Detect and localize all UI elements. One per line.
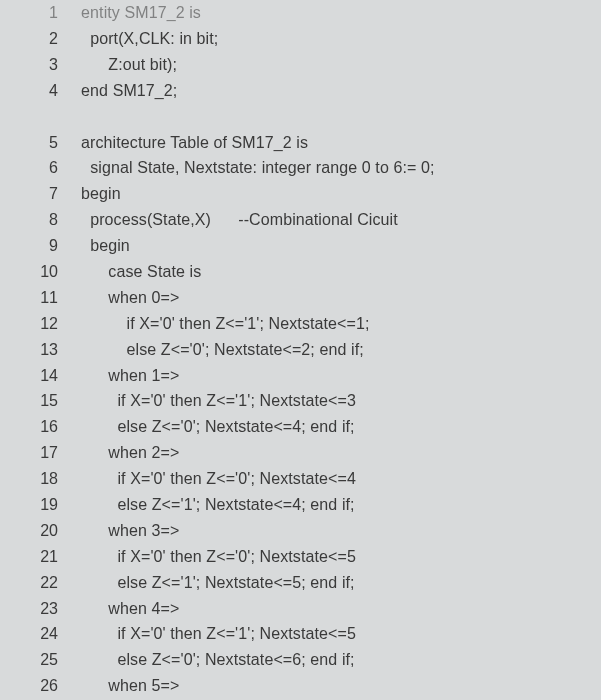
code-line: 20 when 3=> — [0, 518, 601, 544]
line-number: 21 — [8, 544, 72, 570]
line-number: 24 — [8, 621, 72, 647]
code-line: 14 when 1=> — [0, 363, 601, 389]
line-number: 17 — [8, 440, 72, 466]
code-text: else Z<='0'; Nextstate<=6; end if; — [72, 647, 355, 673]
code-line: 21 if X='0' then Z<='0'; Nextstate<=5 — [0, 544, 601, 570]
code-text: if X='0' then Z<='1'; Nextstate<=5 — [72, 621, 356, 647]
code-line: 2 port(X,CLK: in bit; — [0, 26, 601, 52]
blank-line — [0, 104, 601, 130]
code-line: 22 else Z<='1'; Nextstate<=5; end if; — [0, 570, 601, 596]
code-text: else Z<='0'; Nextstate<=2; end if; — [72, 337, 364, 363]
line-number: 12 — [8, 311, 72, 337]
line-number: 9 — [8, 233, 72, 259]
code-text: begin — [72, 233, 130, 259]
code-line: 8 process(State,X) --Combinational Cicui… — [0, 207, 601, 233]
line-number: 10 — [8, 259, 72, 285]
code-text: else Z<='0'; Nextstate<=4; end if; — [72, 414, 355, 440]
code-text: else Z<='1'; Nextstate<=5; end if; — [72, 570, 355, 596]
line-number: 3 — [8, 52, 72, 78]
code-text: entity SM17_2 is — [72, 0, 201, 26]
code-line: 9 begin — [0, 233, 601, 259]
line-number: 19 — [8, 492, 72, 518]
code-line: 15 if X='0' then Z<='1'; Nextstate<=3 — [0, 388, 601, 414]
code-text: if X='0' then Z<='0'; Nextstate<=4 — [72, 466, 356, 492]
code-line: 17 when 2=> — [0, 440, 601, 466]
code-line: 1 entity SM17_2 is — [0, 0, 601, 26]
line-number: 14 — [8, 363, 72, 389]
code-line: 4 end SM17_2; — [0, 78, 601, 104]
code-line: 16 else Z<='0'; Nextstate<=4; end if; — [0, 414, 601, 440]
code-line: 24 if X='0' then Z<='1'; Nextstate<=5 — [0, 621, 601, 647]
line-number: 2 — [8, 26, 72, 52]
line-number: 25 — [8, 647, 72, 673]
code-text: end SM17_2; — [72, 78, 177, 104]
line-number: 6 — [8, 155, 72, 181]
line-number: 8 — [8, 207, 72, 233]
line-number: 5 — [8, 130, 72, 156]
code-line: 3 Z:out bit); — [0, 52, 601, 78]
line-number: 1 — [8, 0, 72, 26]
code-line: 25 else Z<='0'; Nextstate<=6; end if; — [0, 647, 601, 673]
code-line: 13 else Z<='0'; Nextstate<=2; end if; — [0, 337, 601, 363]
code-listing: 1 entity SM17_2 is2 port(X,CLK: in bit;3… — [0, 0, 601, 700]
line-number: 11 — [8, 285, 72, 311]
code-text: else Z<='1'; Nextstate<=4; end if; — [72, 492, 355, 518]
code-text: Z:out bit); — [72, 52, 177, 78]
code-line: 12 if X='0' then Z<='1'; Nextstate<=1; — [0, 311, 601, 337]
line-number: 20 — [8, 518, 72, 544]
code-text: process(State,X) --Combinational Cicuit — [72, 207, 398, 233]
code-text: begin — [72, 181, 121, 207]
line-number: 13 — [8, 337, 72, 363]
code-line: 19 else Z<='1'; Nextstate<=4; end if; — [0, 492, 601, 518]
code-text: when 0=> — [72, 285, 179, 311]
code-text: when 2=> — [72, 440, 179, 466]
line-number: 15 — [8, 388, 72, 414]
code-text: if X='0' then Z<='1'; Nextstate<=3 — [72, 388, 356, 414]
line-number: 26 — [8, 673, 72, 699]
line-number: 23 — [8, 596, 72, 622]
code-line: 18 if X='0' then Z<='0'; Nextstate<=4 — [0, 466, 601, 492]
code-line: 6 signal State, Nextstate: integer range… — [0, 155, 601, 181]
code-text: if X='0' then Z<='1'; Nextstate<=1; — [72, 311, 370, 337]
code-text: when 5=> — [72, 673, 179, 699]
line-number: 18 — [8, 466, 72, 492]
code-line: 11 when 0=> — [0, 285, 601, 311]
code-text: port(X,CLK: in bit; — [72, 26, 218, 52]
code-line: 5 architecture Table of SM17_2 is — [0, 130, 601, 156]
code-line: 26 when 5=> — [0, 673, 601, 699]
line-number: 4 — [8, 78, 72, 104]
code-text: when 3=> — [72, 518, 179, 544]
code-line: 23 when 4=> — [0, 596, 601, 622]
code-text: signal State, Nextstate: integer range 0… — [72, 155, 435, 181]
code-text: case State is — [72, 259, 201, 285]
code-line: 7 begin — [0, 181, 601, 207]
code-text: when 1=> — [72, 363, 179, 389]
line-number: 22 — [8, 570, 72, 596]
line-number: 7 — [8, 181, 72, 207]
line-number: 16 — [8, 414, 72, 440]
code-line: 10 case State is — [0, 259, 601, 285]
code-text: architecture Table of SM17_2 is — [72, 130, 308, 156]
code-text: if X='0' then Z<='0'; Nextstate<=5 — [72, 544, 356, 570]
code-text: when 4=> — [72, 596, 179, 622]
